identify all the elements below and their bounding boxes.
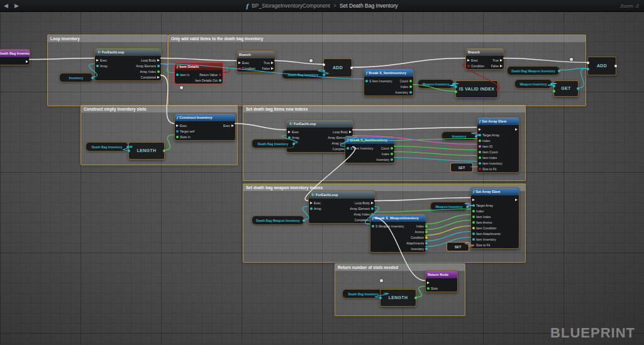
foreach-loop-node[interactable]: ↻ForEachLoopExecArrayLoop BodyArray Elem… <box>286 119 353 153</box>
pin-array-element[interactable]: Array Element <box>135 63 161 68</box>
pin-slots[interactable]: Slots <box>426 285 439 291</box>
data-pin-icon[interactable] <box>553 85 555 87</box>
pin-count[interactable]: Count <box>394 78 413 84</box>
data-pin-icon[interactable] <box>587 68 589 70</box>
branch-node[interactable]: BranchExecConditionTrueFalse <box>465 48 504 70</box>
branch-node[interactable]: BranchExecConditionTrueFalse <box>236 50 275 72</box>
pin-loop-body[interactable]: Loop Body <box>326 129 353 134</box>
pin-index[interactable]: Index <box>394 84 413 89</box>
pin-s-item-inventory[interactable]: S Item Inventory <box>364 78 393 84</box>
array-length-node[interactable]: LENGTH <box>380 289 416 307</box>
output-pin-icon[interactable] <box>292 143 295 145</box>
pin-exec[interactable]: Exec <box>175 123 196 128</box>
array-length-node[interactable]: LENGTH <box>128 142 165 160</box>
output-pin-icon[interactable] <box>323 74 325 76</box>
pin-exec[interactable]: Exec <box>95 57 109 63</box>
return-node[interactable]: Return NodeSlots <box>425 270 458 292</box>
foreach-loop-node[interactable]: ↻ForEachLoopExecArrayLoop BodyArray Elem… <box>94 48 162 81</box>
foreach-loop-node[interactable]: ↻ForEachLoopExecArrayLoop BodyArray Elem… <box>308 190 375 224</box>
data-pin-icon[interactable] <box>323 63 325 66</box>
output-pin-icon[interactable] <box>466 205 469 208</box>
pin-index[interactable]: Index <box>405 223 429 229</box>
pin-item-id[interactable]: Item ID <box>477 143 504 149</box>
pin-item-details-out[interactable]: Item Details Out <box>194 77 223 83</box>
variable-death-bag-weapon-inventory[interactable]: Death Bag Weapon Inventory <box>507 66 560 75</box>
break-item-inventory-node[interactable]: fBreak S_ItemInventoryS Item InventoryCo… <box>364 68 414 96</box>
pin-completed[interactable]: Completed <box>135 74 161 80</box>
pin-condition[interactable]: Condition <box>405 234 429 240</box>
pin-inventory[interactable]: Inventory <box>375 156 394 162</box>
pin-inventory[interactable]: Inventory <box>394 89 413 95</box>
pin-item-in[interactable]: Item In <box>175 72 191 77</box>
forward-icon[interactable]: ▶ <box>14 3 19 9</box>
pin-item-count[interactable]: Item Count <box>477 149 504 155</box>
variable-death-bag-inventory[interactable]: Death Bag Inventory <box>342 289 385 298</box>
pin-size-to-fit[interactable]: Size to Fit <box>477 166 504 172</box>
pin-exec[interactable]: Exec <box>237 60 257 65</box>
pin-exec[interactable]: Exec <box>287 129 301 134</box>
back-icon[interactable]: ◀ <box>4 3 8 9</box>
pin-item-ammo[interactable]: Item Ammo <box>471 219 502 225</box>
pin-attachments[interactable]: Attachments <box>405 240 429 246</box>
pin-target-array[interactable]: Target Array <box>471 202 502 208</box>
pin-condition[interactable]: Condition <box>237 65 257 71</box>
set-array-elem-node[interactable]: fSet Array ElemTarget ArrayIndexItem IDI… <box>477 117 519 173</box>
pin-item-index[interactable]: Item Index <box>477 155 504 160</box>
variable-inventory[interactable]: Inventory <box>59 73 93 82</box>
data-pin-icon[interactable] <box>128 150 130 152</box>
data-pin-icon[interactable] <box>379 297 382 299</box>
reroute-node[interactable] <box>570 58 573 61</box>
variable-weapon-inventory[interactable]: Weapon Inventory <box>430 202 468 211</box>
output-pin-icon[interactable] <box>452 83 455 85</box>
pin-loop-body[interactable]: Loop Body <box>135 57 161 63</box>
pin-exec[interactable] <box>477 126 504 132</box>
data-pin-icon[interactable] <box>614 65 617 67</box>
pin-count[interactable]: Count <box>375 145 394 151</box>
pin-exec[interactable] <box>25 58 30 64</box>
array-get-node[interactable]: GET <box>553 80 579 97</box>
breadcrumb-current[interactable]: Set Death Bag Inventory <box>340 3 398 9</box>
output-pin-icon[interactable] <box>303 219 305 222</box>
pin-true[interactable]: True <box>490 57 504 63</box>
reroute-node[interactable] <box>309 59 313 62</box>
pin-inventory[interactable]: Inventory <box>405 246 429 251</box>
pin-false[interactable]: False <box>261 65 275 71</box>
data-pin-icon[interactable] <box>577 87 579 90</box>
pin-array-element[interactable]: Array Element <box>348 205 375 211</box>
variable-death-bag-inventory[interactable]: Death Bag Inventory <box>86 142 128 151</box>
reroute-node[interactable] <box>380 279 383 282</box>
data-pin-icon[interactable] <box>414 297 417 299</box>
pin-exec[interactable]: Exec <box>222 123 235 128</box>
pin-ammo[interactable]: Ammo <box>405 229 429 234</box>
reroute-node[interactable] <box>180 86 183 89</box>
pin-item-inventory[interactable]: Item Inventory <box>471 236 502 242</box>
pin-array[interactable]: Array <box>309 205 323 211</box>
pin-array-index[interactable]: Array Index <box>135 68 161 74</box>
item-details-node[interactable]: fItem DetailsItem InReturn ValueItem Det… <box>174 62 223 84</box>
data-pin-icon[interactable] <box>350 67 353 69</box>
breadcrumb-root[interactable]: BP_StorageInventoryComponent <box>252 3 330 9</box>
pin-array[interactable]: Array <box>95 63 109 68</box>
pin-size-to-fit[interactable]: Size to Fit <box>471 242 502 248</box>
pin-exec[interactable] <box>514 126 519 132</box>
variable-weapon-inventory[interactable]: Weapon Inventory <box>514 79 552 89</box>
pin-return-value[interactable]: Return Value <box>194 72 223 77</box>
pin-exec[interactable] <box>514 197 519 202</box>
data-pin-icon[interactable] <box>455 90 457 93</box>
function-entry-node[interactable]: Set Death Bag Inventory <box>0 49 30 65</box>
variable-death-bag-inventory[interactable]: Death Bag Inventory <box>252 139 294 148</box>
pin-true[interactable]: True <box>261 60 275 65</box>
output-pin-icon[interactable] <box>91 77 94 79</box>
set-array-elem-node[interactable]: fSet Array ElemTarget ArrayIndexItem Ind… <box>470 187 519 249</box>
variable-death-bag-inventory[interactable]: Death Bag Inventory <box>282 70 325 79</box>
pin-item-index[interactable]: Item Index <box>471 214 502 219</box>
break-weapon-inventory-node[interactable]: fBreak S_WeaponInventoryS Weapon Invento… <box>370 214 426 253</box>
set-variable-node[interactable]: SET <box>450 163 473 172</box>
pin-exec[interactable] <box>471 197 502 202</box>
array-add-node[interactable]: ADD <box>587 57 616 75</box>
data-pin-icon[interactable] <box>553 90 555 92</box>
pin-exec[interactable]: Exec <box>466 57 486 63</box>
data-pin-icon[interactable] <box>587 62 589 64</box>
pin-item-condition[interactable]: Item Condition <box>471 225 502 231</box>
is-valid-index-node[interactable]: IS VALID INDEX <box>455 80 498 98</box>
